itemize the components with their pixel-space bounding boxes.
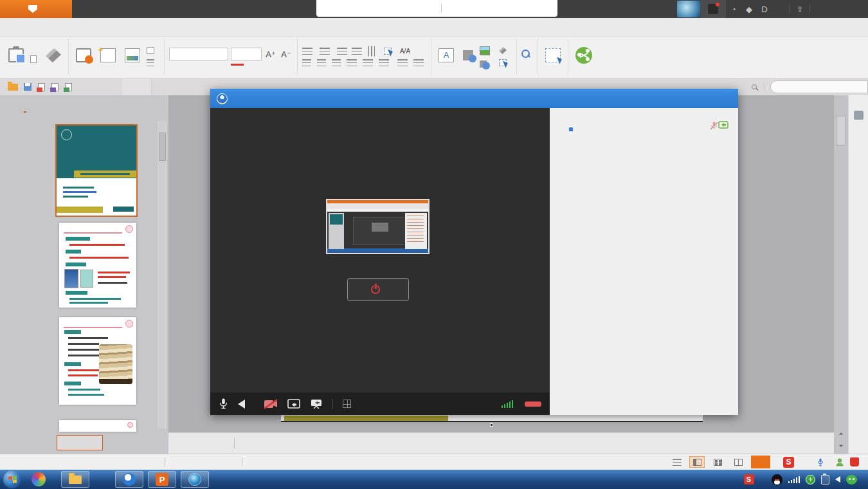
- play-from-current-button[interactable]: [73, 48, 94, 66]
- slide-thumbnail-1[interactable]: [57, 125, 136, 216]
- paste-button[interactable]: [6, 48, 26, 66]
- format-painter-button[interactable]: [43, 48, 64, 66]
- copy-button[interactable]: [30, 55, 39, 63]
- skin-icon[interactable]: ◆: [741, 5, 757, 14]
- taskbar-sogou-browser-icon[interactable]: [32, 472, 46, 486]
- presentation-icon[interactable]: [310, 399, 323, 409]
- decrease-font-button[interactable]: A⁻: [280, 50, 293, 59]
- find-button[interactable]: [521, 50, 533, 59]
- bullets-button[interactable]: [302, 48, 315, 55]
- notes-toggle-button[interactable]: [673, 459, 684, 466]
- slide-thumbnail-3[interactable]: [59, 317, 136, 405]
- taskbar-internet-button[interactable]: [181, 471, 209, 488]
- outline-button[interactable]: [499, 59, 512, 66]
- align-right-icon[interactable]: [332, 59, 341, 66]
- new-slide-button[interactable]: [98, 48, 118, 66]
- export-pdf-icon[interactable]: [38, 83, 45, 91]
- taskbar-wps-button[interactable]: P: [148, 471, 176, 488]
- increase-indent-icon[interactable]: [352, 48, 362, 55]
- scrollbar-thumb[interactable]: [836, 116, 846, 145]
- para-after-button[interactable]: [413, 59, 426, 66]
- ime-account-icon[interactable]: [836, 458, 843, 466]
- right-tool-item[interactable]: [854, 107, 863, 141]
- microphone-icon[interactable]: [219, 398, 228, 409]
- tray-antivirus-icon[interactable]: +: [806, 475, 815, 484]
- align-left-icon[interactable]: [302, 59, 311, 66]
- slide-thumbnail-2[interactable]: [59, 223, 136, 308]
- print-icon[interactable]: [51, 83, 59, 91]
- text-frame-button[interactable]: [384, 48, 394, 55]
- tab-outline[interactable]: [8, 102, 10, 112]
- slideshow-button[interactable]: [751, 456, 770, 468]
- ribbon-tab[interactable]: [5, 18, 24, 36]
- document-tab[interactable]: [122, 78, 152, 95]
- previous-slide-icon[interactable]: ⏶: [838, 430, 843, 438]
- share-doc-button[interactable]: [573, 46, 595, 67]
- textbox-button[interactable]: A: [436, 48, 457, 66]
- line-spacing-button[interactable]: [379, 59, 392, 66]
- increase-font-button[interactable]: A⁺: [264, 50, 277, 59]
- tray-sogou-icon[interactable]: S: [744, 474, 754, 484]
- numbering-button[interactable]: [320, 48, 332, 55]
- edit-area-scrollbar[interactable]: ⏶ ⏷: [834, 95, 848, 454]
- font-color-button[interactable]: [231, 64, 244, 66]
- shapes-button[interactable]: [460, 50, 476, 64]
- para-before-button[interactable]: [397, 59, 408, 66]
- fill-button[interactable]: [499, 47, 512, 54]
- camera-off-icon[interactable]: [264, 399, 278, 409]
- slide-sorter-button[interactable]: [710, 456, 725, 468]
- account-chip[interactable]: [700, 0, 726, 18]
- start-button[interactable]: [3, 470, 21, 488]
- taskbar-explorer-button[interactable]: [61, 471, 89, 488]
- ime-skin-icon[interactable]: [850, 457, 859, 466]
- font-family-select[interactable]: [169, 48, 228, 60]
- normal-view-button[interactable]: [689, 456, 705, 468]
- selection-pane-button[interactable]: [543, 48, 563, 66]
- slide-panel-scrollbar[interactable]: [158, 121, 167, 429]
- reading-view-button[interactable]: [730, 456, 746, 468]
- char-spacing-button[interactable]: A/A: [399, 48, 414, 55]
- next-slide-icon[interactable]: ⏷: [838, 443, 843, 450]
- notes-pane[interactable]: [168, 432, 834, 454]
- taskbar-qq-browser-button[interactable]: [115, 471, 143, 488]
- exit-call-button[interactable]: [525, 401, 541, 407]
- scrollbar-thumb[interactable]: [159, 133, 166, 161]
- add-slide-button[interactable]: [57, 435, 103, 450]
- open-file-icon[interactable]: [8, 84, 18, 91]
- tab-slides[interactable]: [24, 101, 26, 113]
- align-center-icon[interactable]: [317, 59, 326, 66]
- network-signal-icon[interactable]: [788, 476, 800, 483]
- tray-qq-icon[interactable]: [772, 474, 782, 485]
- save-icon[interactable]: [24, 83, 32, 91]
- ime-mic-icon[interactable]: [817, 458, 824, 466]
- tray-clipboard-icon[interactable]: [821, 475, 829, 484]
- tray-wechat-icon[interactable]: [846, 475, 857, 484]
- distribute-icon[interactable]: [363, 59, 373, 66]
- picture-button[interactable]: [480, 46, 495, 55]
- speaker-icon[interactable]: [238, 400, 245, 409]
- user-avatar[interactable]: [677, 1, 700, 17]
- end-share-button[interactable]: [347, 278, 409, 301]
- font-size-select[interactable]: [231, 48, 262, 60]
- text-direction-button[interactable]: [366, 48, 379, 55]
- qq-window-titlebar[interactable]: [210, 89, 738, 108]
- decrease-indent-icon[interactable]: [337, 48, 347, 55]
- sogou-ime-icon[interactable]: S: [783, 457, 794, 468]
- grid-view-icon[interactable]: [343, 400, 351, 408]
- section-button[interactable]: [147, 59, 159, 66]
- reset-button[interactable]: [147, 47, 159, 54]
- feedback-icon[interactable]: ◔: [726, 5, 741, 14]
- upload-icon[interactable]: ⇧: [792, 5, 808, 14]
- wps-menu-button[interactable]: [0, 0, 72, 18]
- slide-thumbnail-4[interactable]: [59, 420, 136, 432]
- command-search-input[interactable]: [770, 80, 868, 93]
- arrange-button[interactable]: [480, 60, 495, 68]
- share-screen-icon[interactable]: [287, 399, 300, 409]
- member-row[interactable]: [550, 116, 738, 134]
- layout-button[interactable]: [122, 48, 143, 66]
- print-preview-icon[interactable]: [65, 83, 72, 91]
- resize-handle[interactable]: [490, 423, 493, 427]
- justify-icon[interactable]: [347, 59, 357, 66]
- docer-icon[interactable]: D: [757, 5, 772, 14]
- tray-volume-icon[interactable]: [835, 476, 840, 483]
